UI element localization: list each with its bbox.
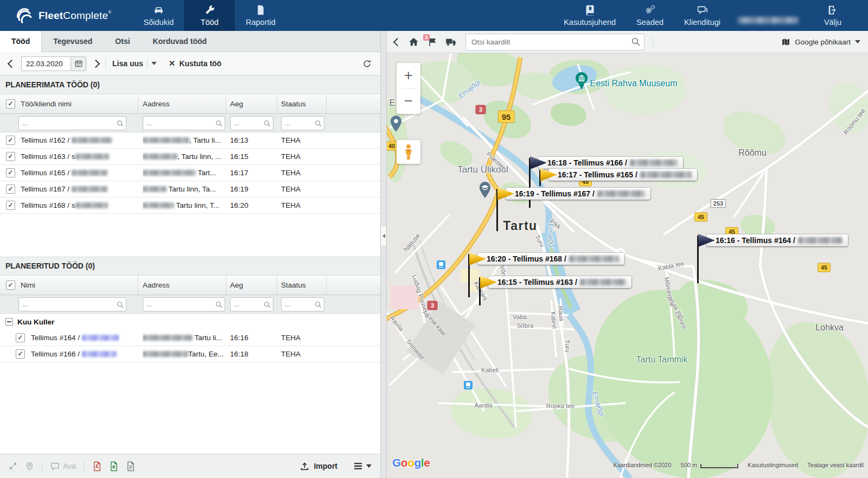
row-checkbox[interactable]: ✓ <box>16 349 25 359</box>
nav-raportid[interactable]: Raportid <box>235 0 286 31</box>
table-row[interactable]: ✓Tellimus #164 / Tartu li...16:16TEHA <box>0 330 380 346</box>
row-checkbox[interactable]: ✓ <box>16 333 25 342</box>
lisa-uus-button[interactable]: Lisa uus <box>112 58 157 69</box>
next-day-button[interactable] <box>92 59 100 68</box>
filter-address-input[interactable] <box>143 301 215 308</box>
table-row[interactable]: ✓Tellimus #162 / , Tartu li...16:13TEHA <box>0 132 380 149</box>
pegman-streetview-button[interactable] <box>397 140 420 164</box>
refresh-button[interactable] <box>362 59 372 68</box>
transit-station-icon[interactable] <box>464 381 473 392</box>
kustuta-too-button[interactable]: ✕ Kustuta töö <box>169 59 221 68</box>
map-layer-selector[interactable]: Google põhikaart <box>781 37 860 47</box>
filter-address-input[interactable] <box>143 119 215 127</box>
column-header-time[interactable]: Aeg <box>230 276 243 295</box>
row-checkbox[interactable]: ✓ <box>6 152 15 161</box>
marker-tooltip[interactable]: 16:15 - Tellimus #163 / <box>488 276 631 288</box>
poi-pin[interactable] <box>389 115 403 135</box>
table-row[interactable]: ✓Tellimus #163 / s, Tartu linn, ...16:15… <box>0 149 380 165</box>
tab-korduvad-tood[interactable]: Korduvad tööd <box>142 31 219 52</box>
table-row[interactable]: ✓Tellimus #168 / s Tartu linn, T...16:20… <box>0 197 380 214</box>
row-checkbox[interactable]: ✓ <box>6 184 15 194</box>
column-header-name[interactable]: Töö/kliendi nimi <box>21 94 72 113</box>
export-document-icon[interactable] <box>126 461 135 471</box>
table-row[interactable]: ✓Tellimus #166 / Tartu, Ee...16:18TEHA <box>0 346 380 362</box>
search-icon[interactable] <box>215 301 222 308</box>
chevron-down-icon[interactable] <box>151 62 157 65</box>
nav-valju[interactable]: Välju <box>807 0 858 31</box>
home-icon[interactable] <box>409 37 419 47</box>
filter-time-input[interactable] <box>231 119 264 127</box>
job-name-cell[interactable]: Tellimus #167 / <box>21 181 107 197</box>
search-icon[interactable] <box>117 120 124 127</box>
marker-tooltip[interactable]: 16:20 - Tellimus #168 / <box>477 253 624 265</box>
nav-kasutusjuhend[interactable]: Kasutusjuhend <box>555 0 624 31</box>
open-chat-button[interactable]: Ava <box>50 462 76 470</box>
row-checkbox[interactable]: ✓ <box>6 136 15 145</box>
location-pin-icon[interactable] <box>25 462 34 471</box>
search-icon[interactable] <box>315 301 322 308</box>
driver-group-row[interactable]: Kuu Kuller <box>0 314 380 330</box>
import-button[interactable]: Import <box>300 462 337 471</box>
search-icon[interactable] <box>215 120 222 127</box>
marker-tooltip[interactable]: 16:17 - Tellimus #165 / <box>548 169 697 181</box>
nav-tood[interactable]: Tööd <box>184 0 235 31</box>
job-name-cell[interactable]: Tellimus #162 / <box>21 132 112 148</box>
job-name-cell[interactable]: Tellimus #166 / <box>31 346 117 362</box>
map-canvas[interactable]: TartuTartu ÜlikoolEesti Rahva MuuseumTar… <box>387 53 868 478</box>
prev-day-button[interactable] <box>8 59 16 68</box>
select-all-checkbox[interactable]: ✓ <box>6 99 15 109</box>
map-search-input[interactable] <box>466 38 631 46</box>
marker-tooltip[interactable]: 16:19 - Tellimus #167 / <box>506 188 650 200</box>
tab-tegevused[interactable]: Tegevused <box>42 31 104 52</box>
tab-otsi[interactable]: Otsi <box>104 31 141 52</box>
current-user[interactable] <box>729 0 807 31</box>
filter-time-input[interactable] <box>231 301 264 308</box>
marker-tooltip[interactable]: 16:18 - Tellimus #166 / <box>538 157 683 169</box>
table-row[interactable]: ✓Tellimus #165 / Tart...16:17TEHA <box>0 165 380 181</box>
museum-pin[interactable] <box>575 72 589 92</box>
column-header-address[interactable]: Aadress <box>143 94 170 113</box>
zoom-out-button[interactable]: − <box>397 89 420 114</box>
column-header-status[interactable]: Staatus <box>281 94 306 113</box>
job-name-cell[interactable]: Tellimus #165 / <box>21 165 107 181</box>
list-menu-button[interactable] <box>353 462 372 470</box>
filter-name-input[interactable] <box>19 119 117 127</box>
column-header-address[interactable]: Aadress <box>143 276 170 295</box>
row-checkbox[interactable]: ✓ <box>6 168 15 177</box>
job-name-cell[interactable]: Tellimus #168 / s <box>21 197 108 213</box>
search-icon[interactable] <box>117 301 124 308</box>
filter-status-input[interactable] <box>282 301 315 308</box>
column-header-time[interactable]: Aeg <box>230 94 243 113</box>
filter-name-input[interactable] <box>19 301 117 308</box>
search-icon[interactable] <box>264 301 271 308</box>
report-error-link[interactable]: Teatage veast kaardil <box>807 462 864 468</box>
export-pdf-icon[interactable] <box>93 461 101 471</box>
column-header-status[interactable]: Staatus <box>281 276 306 295</box>
search-icon[interactable] <box>631 37 640 46</box>
search-icon[interactable] <box>264 120 271 127</box>
truck-icon[interactable] <box>445 37 457 47</box>
flags-icon[interactable]: 3 <box>427 37 437 47</box>
marker-tooltip[interactable]: 16:16 - Tellimus #164 / <box>706 234 848 246</box>
filter-status-input[interactable] <box>282 119 315 127</box>
collapse-panel-icon[interactable] <box>9 462 17 470</box>
terms-link[interactable]: Kasutustingimused <box>748 462 798 468</box>
map-back-button[interactable] <box>393 37 402 46</box>
table-row[interactable]: ✓Tellimus #167 / Tartu linn, Ta...16:19T… <box>0 181 380 197</box>
tab-tood[interactable]: Tööd <box>0 31 42 52</box>
fleetcomplete-logo[interactable]: FleetComplete® <box>0 0 133 31</box>
nav-soidukid[interactable]: Sõidukid <box>133 0 184 31</box>
splitter-collapse-handle[interactable] <box>380 225 387 247</box>
calendar-icon[interactable] <box>71 56 86 71</box>
nav-seaded[interactable]: Seaded <box>624 0 675 31</box>
column-header-name[interactable]: Nimi <box>21 276 35 295</box>
panel-splitter[interactable] <box>380 31 387 478</box>
job-name-cell[interactable]: Tellimus #164 / <box>31 330 119 346</box>
nav-klienditugi[interactable]: Klienditugi <box>675 0 729 31</box>
collapse-group-icon[interactable] <box>5 318 13 326</box>
university-pin[interactable] <box>478 181 492 201</box>
select-all-checkbox[interactable]: ✓ <box>6 281 15 290</box>
date-input[interactable] <box>21 56 71 71</box>
search-icon[interactable] <box>315 120 322 127</box>
row-checkbox[interactable]: ✓ <box>6 201 15 210</box>
